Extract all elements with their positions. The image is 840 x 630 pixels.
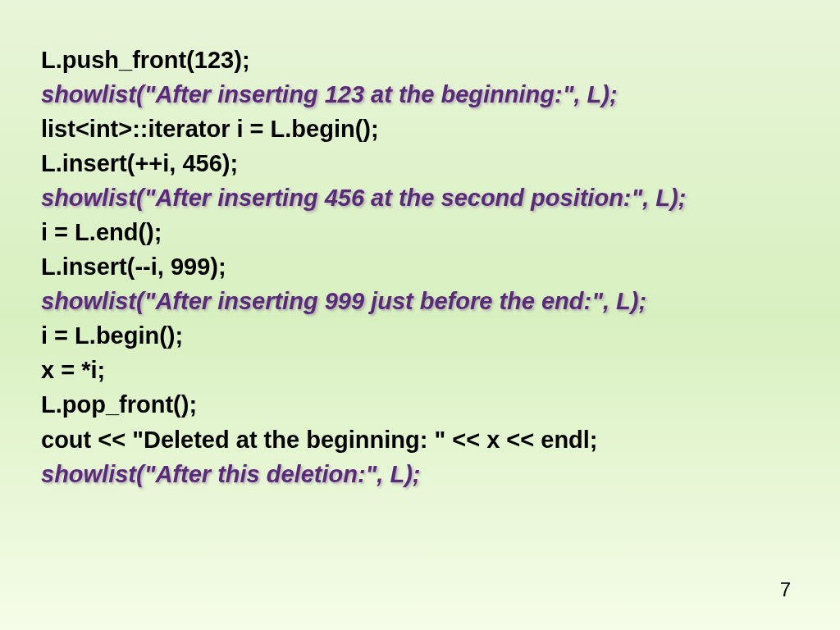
code-line-13: showlist("After this deletion:", L); xyxy=(41,457,799,491)
code-line-7: L.insert(--i, 999); xyxy=(41,249,799,284)
code-line-8: showlist("After inserting 999 just befor… xyxy=(41,284,799,318)
code-line-11: L.pop_front(); xyxy=(41,387,799,422)
code-line-10: x = *i; xyxy=(41,353,799,387)
code-line-4: L.insert(++i, 456); xyxy=(41,146,799,180)
code-line-3: list<int>::iterator i = L.begin(); xyxy=(41,112,799,146)
code-line-1: L.push_front(123); xyxy=(41,43,799,77)
code-line-6: i = L.end(); xyxy=(41,215,799,249)
code-line-9: i = L.begin(); xyxy=(41,318,799,353)
code-line-2: showlist("After inserting 123 at the beg… xyxy=(41,77,799,112)
code-block: L.push_front(123); showlist("After inser… xyxy=(41,43,799,491)
code-line-12: cout << "Deleted at the beginning: " << … xyxy=(41,422,799,457)
code-line-5: showlist("After inserting 456 at the sec… xyxy=(41,180,799,215)
page-number: 7 xyxy=(780,578,791,601)
